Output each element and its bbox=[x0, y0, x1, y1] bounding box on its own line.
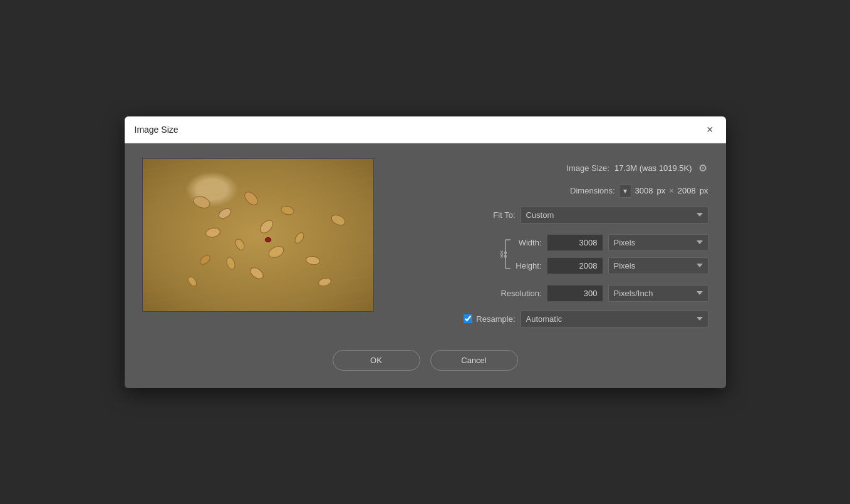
resample-checkbox[interactable] bbox=[464, 314, 472, 323]
wh-fields: Width: Pixels Percent Inches Centimeters… bbox=[516, 234, 708, 274]
fit-to-row: Fit To: Custom Default Photoshop Size U.… bbox=[399, 207, 708, 224]
height-row: Height: Pixels Percent Inches Centimeter… bbox=[516, 257, 708, 274]
dialog-body: Image Size: 17.3M (was 1019.5K) ⚙ Dimens… bbox=[125, 143, 726, 345]
dialog-titlebar: Image Size × bbox=[125, 116, 726, 143]
dim-separator: × bbox=[669, 186, 674, 195]
resolution-row: Resolution: Pixels/Inch Pixels/Centimete… bbox=[399, 285, 708, 302]
image-size-value: 17.3M (was 1019.5K) bbox=[614, 163, 692, 173]
dimensions-row: Dimensions: ▾ 3008 px × 2008 px bbox=[399, 184, 708, 198]
dialog-footer: OK Cancel bbox=[125, 345, 726, 388]
width-unit-select[interactable]: Pixels Percent Inches Centimeters Millim… bbox=[608, 234, 708, 251]
resample-select[interactable]: Automatic Preserve Details (enlargement)… bbox=[521, 311, 708, 327]
cancel-button[interactable]: Cancel bbox=[430, 350, 518, 371]
fit-to-select[interactable]: Custom Default Photoshop Size U.S. Paper… bbox=[521, 207, 708, 224]
height-unit-select[interactable]: Pixels Percent Inches Centimeters Millim… bbox=[608, 257, 708, 274]
image-size-row: Image Size: 17.3M (was 1019.5K) ⚙ bbox=[399, 161, 708, 175]
height-input[interactable] bbox=[547, 257, 603, 274]
dim-height-value: 2008 bbox=[678, 186, 696, 195]
seeds-container bbox=[143, 159, 373, 311]
width-row: Width: Pixels Percent Inches Centimeters… bbox=[516, 234, 708, 251]
resample-row: Resample: Automatic Preserve Details (en… bbox=[399, 311, 708, 327]
dim-unit-right: px bbox=[700, 186, 708, 195]
preview-image bbox=[142, 158, 374, 312]
resolution-label: Resolution: bbox=[500, 289, 541, 298]
dimensions-label: Dimensions: bbox=[570, 186, 615, 195]
link-bracket-svg: ⛓ bbox=[498, 232, 511, 276]
dim-width-value: 3008 bbox=[635, 186, 653, 195]
image-size-label: Image Size: bbox=[566, 163, 609, 173]
width-height-group: ⛓ Width: Pixels Percent Inches Centimete… bbox=[399, 232, 708, 276]
image-size-dialog: Image Size × bbox=[125, 116, 726, 388]
preview-panel bbox=[142, 158, 374, 312]
dialog-title: Image Size bbox=[135, 125, 179, 135]
width-label: Width: bbox=[519, 238, 542, 247]
width-input[interactable] bbox=[547, 234, 603, 251]
chevron-down-icon: ▾ bbox=[623, 187, 627, 195]
dim-unit-left: px bbox=[657, 186, 666, 195]
close-button[interactable]: × bbox=[704, 123, 716, 136]
ok-button[interactable]: OK bbox=[333, 350, 420, 371]
resample-label: Resample: bbox=[476, 314, 515, 324]
link-bracket: ⛓ bbox=[498, 232, 511, 276]
dimensions-dropdown[interactable]: ▾ bbox=[619, 184, 631, 198]
controls-panel: Image Size: 17.3M (was 1019.5K) ⚙ Dimens… bbox=[399, 158, 708, 327]
height-label: Height: bbox=[516, 261, 541, 270]
gear-button[interactable]: ⚙ bbox=[697, 161, 708, 175]
resolution-input[interactable] bbox=[547, 285, 603, 302]
resample-checkbox-label[interactable]: Resample: bbox=[464, 314, 515, 324]
fit-to-label: Fit To: bbox=[493, 210, 515, 220]
svg-text:⛓: ⛓ bbox=[499, 250, 507, 259]
resolution-unit-select[interactable]: Pixels/Inch Pixels/Centimeter bbox=[608, 285, 708, 302]
